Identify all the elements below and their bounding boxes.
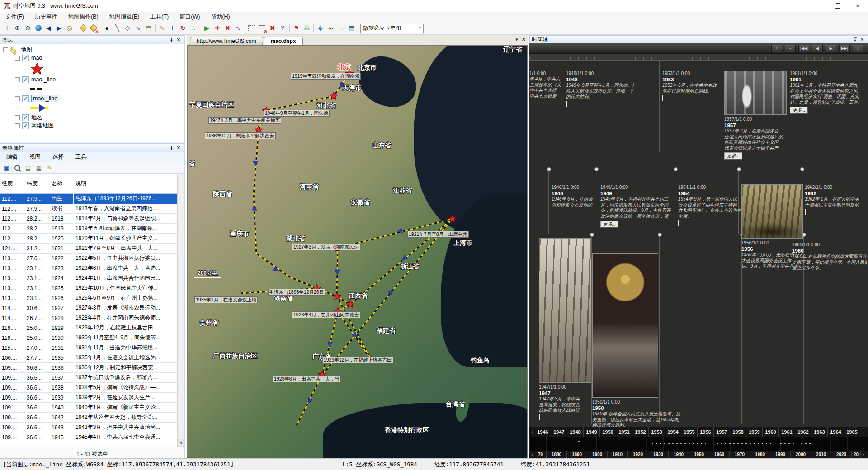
- timeline-decades-bar[interactable]: ‹701880189019001910192019301940195019601…: [529, 451, 868, 458]
- snap-tool-icon[interactable]: ➴: [233, 23, 243, 33]
- table-row[interactable]: 114....26.7...19281928年4月，在井冈山同朱德会师...: [0, 313, 178, 323]
- timeline-button-1[interactable]: -: [785, 45, 796, 52]
- table-row[interactable]: 109....36.6...19421942年从这年春天起，领导全党...: [0, 413, 178, 423]
- timeline-button-5[interactable]: ▶▶|: [839, 45, 850, 52]
- edit-note-icon[interactable]: ✎: [45, 163, 54, 172]
- table-row[interactable]: 116....25.0...19301930年11月至翌年9月，同朱德等...: [0, 333, 178, 343]
- timeline-content[interactable]: 1/1 0:00年 4月，中共六主持起草的《关向中共七大提中共七大确定1948/…: [529, 60, 868, 427]
- save-icon[interactable]: ▣: [2, 163, 11, 172]
- flag-del-icon[interactable]: ✕: [88, 23, 99, 33]
- back-icon[interactable]: ◀: [43, 23, 54, 33]
- table-tab-3[interactable]: 工具: [70, 153, 93, 161]
- year-cell-1965[interactable]: 1965: [844, 427, 860, 437]
- layer-checkbox[interactable]: ✓: [22, 95, 29, 102]
- timeline-card-1950[interactable]: 1950/1/1 0:0019501950年 领导全国人民先后开展土地改革、抗美…: [592, 253, 681, 427]
- point-tool-icon[interactable]: ●: [102, 23, 112, 33]
- decade-cell-1980[interactable]: 1980: [750, 451, 770, 458]
- node-edit-icon[interactable]: ∴: [188, 23, 198, 33]
- year-cell-1953[interactable]: 1953: [649, 427, 665, 437]
- year-cell-1958[interactable]: 1958: [730, 427, 746, 437]
- decade-cell-1920[interactable]: 1920: [628, 451, 648, 458]
- year-cell-1961[interactable]: 1961: [779, 427, 795, 437]
- close-icon[interactable]: ✕: [859, 36, 866, 42]
- run-icon[interactable]: ▶: [202, 23, 212, 33]
- year-cell-1949[interactable]: 1949: [584, 427, 600, 437]
- timeline-card-1947[interactable]: 1947/1/1 0:0019471947年 3月，率中共撤离延安，转战陕北战略…: [539, 238, 591, 422]
- polygon-tool-icon[interactable]: ◇: [123, 23, 133, 33]
- table-row[interactable]: 112....28.2...19201920年11月，创建长沙共产主义...: [0, 234, 178, 244]
- tab-close-icon[interactable]: ✕: [522, 37, 526, 42]
- layer-checkbox[interactable]: ✓: [22, 122, 29, 129]
- layer-checkbox[interactable]: ✓: [22, 55, 29, 61]
- table-row[interactable]: 114....30.6...19271927年3月，发表《湖南农民运动...: [0, 303, 178, 313]
- maximize-icon[interactable]: [827, 0, 848, 12]
- more-button[interactable]: 更多...: [600, 221, 618, 228]
- column-header-name[interactable]: 名称: [50, 174, 74, 194]
- binoculars-icon[interactable]: ∞: [326, 23, 336, 33]
- year-cell-1960[interactable]: 1960: [763, 427, 779, 437]
- decade-cell-1900[interactable]: 1900: [587, 451, 608, 458]
- timeline-card-1954[interactable]: 1954/1/1 0:0019541954年 9月，第一届全国人民次会议通过了由…: [678, 184, 741, 227]
- table-row[interactable]: 116....25.0...19291929年12月，在福建上杭县古田...: [0, 323, 178, 333]
- column-header-lon[interactable]: 经度: [0, 174, 25, 194]
- table-tab-0[interactable]: 编辑: [0, 153, 24, 161]
- layer-checkbox[interactable]: ✓: [22, 114, 29, 121]
- year-cell-1963[interactable]: 1963: [811, 427, 828, 437]
- timeline-card-1960[interactable]: 1960/1/1 0:0019601960年 在苏联政府突然单方面撕毁合同专家区…: [792, 242, 867, 271]
- timeline-card-1962[interactable]: 1962/1/1 0:0019621962年 1月，在扩大的中央于加强民主集中制…: [805, 184, 867, 216]
- decade-cell-70[interactable]: 70: [535, 451, 547, 458]
- table-tab-2[interactable]: 选择: [47, 153, 70, 161]
- table-row[interactable]: 113....23.1...19251925年10月，任国民党中央宣传...: [0, 283, 178, 293]
- globe-icon[interactable]: [33, 23, 43, 33]
- timeline-button-6[interactable]: □: [853, 45, 863, 52]
- decade-cell-1910[interactable]: 1910: [608, 451, 628, 458]
- basemap-selector[interactable]: 微软必应卫星图 ▾: [360, 24, 424, 33]
- polyline-tool-icon[interactable]: ∿: [133, 23, 143, 33]
- clear-selection-icon[interactable]: ✖: [267, 23, 278, 33]
- table-row[interactable]: 109....36.6...19451945年4月，中共六届七中全会通...: [0, 432, 178, 442]
- decade-cell-1970[interactable]: 1970: [730, 451, 750, 458]
- layer-checkbox[interactable]: ✓: [22, 76, 29, 83]
- minimize-icon[interactable]: —: [807, 0, 827, 12]
- year-cell-1957[interactable]: 1957: [714, 427, 730, 437]
- rotate-tool-icon[interactable]: ↻: [178, 23, 188, 33]
- forward-icon[interactable]: ▶: [54, 23, 64, 33]
- tab-timegis-home[interactable]: http://www.TimeGIS.com: [189, 37, 264, 45]
- year-cell-1955[interactable]: 1955: [681, 427, 698, 437]
- move-tool-icon[interactable]: ✛: [167, 23, 178, 33]
- year-cell-1947[interactable]: 1947: [551, 427, 567, 437]
- timeline-card-1953[interactable]: 1953/1/1 0:0019531953年 6月，在中共中央政党在过渡时期的总…: [662, 70, 726, 102]
- layer-item-地图[interactable]: −地图: [0, 46, 184, 54]
- table-row[interactable]: 112....27.9...读书1913年春，入湖南省立第四师范...: [0, 204, 178, 214]
- year-cell-1950[interactable]: 1950: [600, 427, 616, 437]
- expand-icon[interactable]: −: [15, 123, 20, 128]
- expand-icon[interactable]: −: [15, 77, 20, 82]
- pan-hand-icon[interactable]: ✛: [2, 23, 12, 33]
- note-tool-icon[interactable]: ▤: [143, 23, 154, 33]
- close-icon[interactable]: ✕: [848, 0, 868, 12]
- year-cell-1951[interactable]: 1951: [616, 427, 632, 437]
- decade-cell-1930[interactable]: 1930: [648, 451, 669, 458]
- table-row[interactable]: 112....28.2...19181918年4月，与蔡和森等发起组织...: [0, 214, 178, 224]
- scroll-left-icon[interactable]: ‹: [529, 430, 535, 435]
- zoom-xy-icon[interactable]: ◎: [64, 23, 75, 33]
- map-canvas[interactable]: 北京北京市辽宁省天津市河北省宁夏回族自治区山东省省陕西省河南省江苏省安徽省重庆市…: [187, 45, 528, 458]
- table-row[interactable]: 109....36.6...19361936年12月，制定和平解决西安...: [0, 363, 178, 373]
- table-row[interactable]: 112....28.2...19191919年五四运动爆发，在湖南领...: [0, 224, 178, 234]
- table-row[interactable]: 113....23.1...19241924年1月，出席国共合作的国民...: [0, 273, 178, 283]
- route-node-icon[interactable]: ⁂: [302, 23, 312, 33]
- layer-item-mao[interactable]: −✓mao: [0, 54, 184, 62]
- table-tab-1[interactable]: 视图: [24, 153, 47, 161]
- filter-icon[interactable]: Y: [278, 23, 288, 33]
- table-row[interactable]: 113....23.1...19231923年6月，出席中共三大，当选...: [0, 263, 178, 273]
- select-rect-icon[interactable]: [246, 23, 257, 33]
- year-cell-1962[interactable]: 1962: [795, 427, 811, 437]
- tab-list-icon[interactable]: ▾: [515, 37, 518, 42]
- calculator-icon[interactable]: ▦: [34, 163, 43, 172]
- column-header-desc[interactable]: 说明: [74, 174, 178, 194]
- flag-add-icon[interactable]: [78, 23, 88, 33]
- edit-grid-icon[interactable]: ▤: [24, 163, 33, 172]
- decade-cell-1890[interactable]: 1890: [567, 451, 587, 458]
- tab-mao-dspx[interactable]: mao.dspx: [264, 37, 303, 45]
- timeline-button-2[interactable]: |◀◀: [798, 45, 809, 52]
